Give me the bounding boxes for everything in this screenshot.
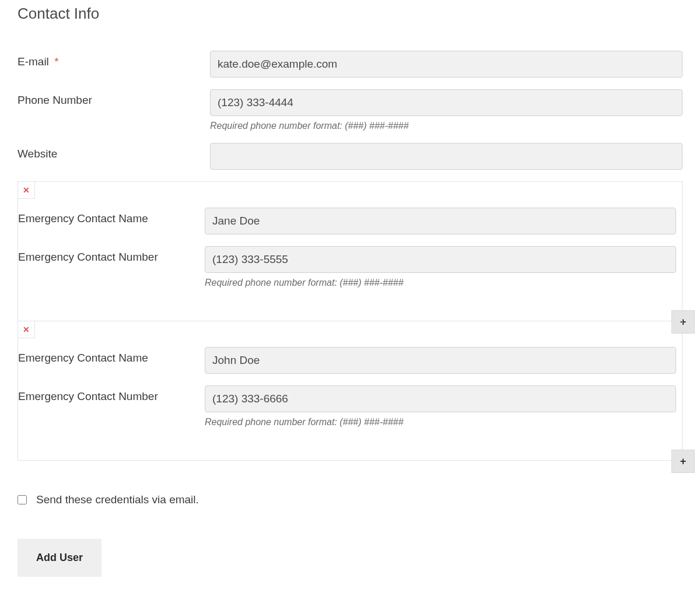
email-label-text: E-mail	[18, 55, 49, 68]
emergency-contact-group: ✕ Emergency Contact Name Emergency Conta…	[18, 321, 682, 461]
section-title: Contact Info	[18, 5, 682, 23]
emergency-contact-group: ✕ Emergency Contact Name Emergency Conta…	[18, 181, 682, 321]
emergency-number-row: Emergency Contact Number Required phone …	[18, 385, 676, 427]
emergency-name-input[interactable]	[205, 347, 676, 374]
emergency-number-input[interactable]	[205, 246, 676, 273]
phone-input[interactable]	[210, 89, 682, 116]
close-icon: ✕	[23, 186, 30, 194]
emergency-name-row: Emergency Contact Name	[18, 208, 676, 234]
email-label: E-mail *	[18, 51, 210, 68]
send-credentials-checkbox[interactable]	[18, 495, 27, 504]
required-mark-icon: *	[54, 55, 58, 68]
emergency-number-label: Emergency Contact Number	[18, 385, 205, 403]
emergency-name-label: Emergency Contact Name	[18, 208, 205, 225]
remove-contact-button[interactable]: ✕	[18, 321, 35, 338]
send-credentials-row: Send these credentials via email.	[18, 493, 682, 506]
website-row: Website	[18, 143, 682, 170]
emergency-number-input[interactable]	[205, 385, 676, 412]
phone-label: Phone Number	[18, 89, 210, 107]
emergency-number-label: Emergency Contact Number	[18, 246, 205, 264]
website-input[interactable]	[210, 143, 682, 170]
emergency-name-row: Emergency Contact Name	[18, 347, 676, 374]
email-input[interactable]	[210, 51, 682, 78]
emergency-number-help: Required phone number format: (###) ###-…	[205, 278, 676, 288]
phone-row: Phone Number Required phone number forma…	[18, 89, 682, 131]
send-credentials-label: Send these credentials via email.	[36, 493, 199, 506]
remove-contact-button[interactable]: ✕	[18, 181, 35, 199]
website-label: Website	[18, 143, 210, 160]
close-icon: ✕	[23, 325, 30, 334]
emergency-number-row: Emergency Contact Number Required phone …	[18, 246, 676, 288]
plus-icon: +	[680, 455, 687, 468]
phone-help-text: Required phone number format: (###) ###-…	[210, 121, 682, 131]
emergency-number-help: Required phone number format: (###) ###-…	[205, 417, 676, 427]
emergency-name-label: Emergency Contact Name	[18, 347, 205, 364]
add-contact-button[interactable]: +	[671, 450, 695, 473]
emergency-name-input[interactable]	[205, 208, 676, 234]
add-user-button[interactable]: Add User	[18, 539, 102, 577]
email-row: E-mail *	[18, 51, 682, 78]
